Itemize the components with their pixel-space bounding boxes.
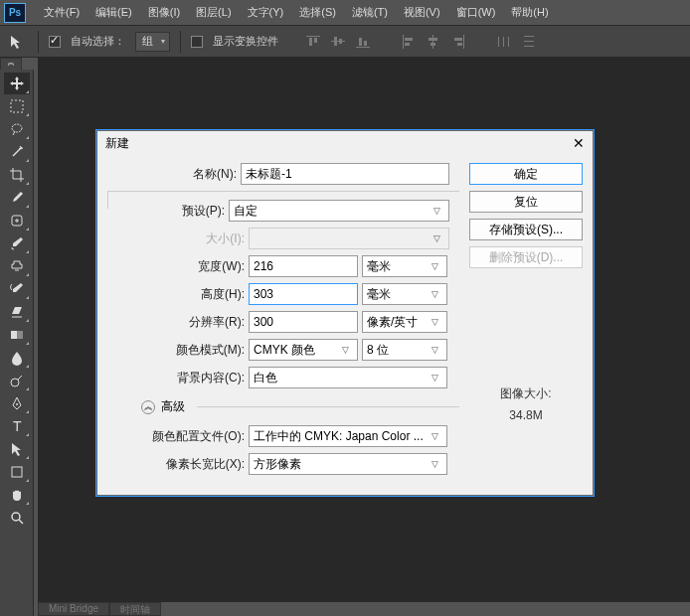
- size-select: ▽: [249, 228, 449, 249]
- menu-window[interactable]: 窗口(W): [448, 2, 504, 23]
- toolbar-tab[interactable]: [0, 58, 22, 70]
- menu-filter[interactable]: 滤镜(T): [344, 2, 396, 23]
- name-input[interactable]: [241, 163, 449, 185]
- width-unit-value: 毫米: [367, 258, 391, 275]
- app-logo: Ps: [4, 3, 26, 23]
- reset-button[interactable]: 复位: [469, 191, 583, 213]
- zoom-tool[interactable]: [4, 507, 30, 529]
- svg-rect-21: [524, 36, 534, 37]
- svg-rect-12: [432, 35, 433, 49]
- eraser-tool[interactable]: [4, 301, 30, 323]
- options-bar: 自动选择： 组 ▾ 显示变换控件: [0, 26, 690, 58]
- magic-wand-tool[interactable]: [4, 141, 30, 163]
- bottom-panel-tabs: Mini Bridge 时间轴: [38, 602, 161, 616]
- gradient-tool[interactable]: [4, 324, 30, 346]
- menu-type[interactable]: 文字(Y): [240, 2, 292, 23]
- color-mode-select[interactable]: CMYK 颜色▽: [249, 339, 358, 361]
- blur-tool[interactable]: [4, 347, 30, 369]
- new-document-dialog: 新建 ✕ 名称(N): 预设(P): 自定▽ 大小(I):: [96, 130, 594, 496]
- width-input[interactable]: [249, 255, 358, 277]
- delete-preset-button: 删除预设(D)...: [469, 246, 583, 268]
- resolution-unit-select[interactable]: 像素/英寸▽: [362, 311, 447, 333]
- chevron-down-icon: ▽: [427, 317, 442, 327]
- auto-select-value: 组: [142, 34, 153, 49]
- menu-select[interactable]: 选择(S): [291, 2, 344, 23]
- menu-image[interactable]: 图像(I): [140, 2, 188, 23]
- show-transform-checkbox[interactable]: [191, 36, 203, 48]
- height-input[interactable]: [249, 283, 358, 305]
- align-hcenter-icon[interactable]: [423, 32, 444, 52]
- tab-timeline[interactable]: 时间轴: [109, 602, 161, 616]
- pen-tool[interactable]: [4, 392, 30, 414]
- shape-tool[interactable]: [4, 461, 30, 483]
- menu-layer[interactable]: 图层(L): [188, 2, 239, 23]
- auto-select-label: 自动选择：: [71, 34, 125, 49]
- align-top-icon[interactable]: [302, 32, 324, 52]
- tab-mini-bridge[interactable]: Mini Bridge: [38, 602, 109, 616]
- dodge-tool[interactable]: [4, 370, 30, 391]
- svg-rect-1: [309, 38, 312, 46]
- align-left-icon[interactable]: [398, 32, 420, 52]
- eyedropper-tool[interactable]: [4, 187, 30, 209]
- history-brush-tool[interactable]: [4, 278, 30, 300]
- crop-tool[interactable]: [4, 164, 30, 186]
- distribute-h-icon[interactable]: [493, 32, 515, 52]
- chevron-down-icon: ▽: [427, 459, 442, 469]
- distribute-group: [493, 32, 540, 52]
- size-label: 大小(I):: [107, 231, 245, 247]
- height-unit-select[interactable]: 毫米▽: [362, 283, 447, 305]
- bit-depth-select[interactable]: 8 位▽: [362, 339, 447, 361]
- svg-rect-32: [12, 467, 22, 477]
- healing-brush-tool[interactable]: [4, 210, 30, 231]
- color-profile-value: 工作中的 CMYK: Japan Color ...: [254, 428, 424, 445]
- type-tool[interactable]: T: [4, 415, 30, 437]
- menu-view[interactable]: 视图(V): [396, 2, 448, 23]
- pixel-aspect-value: 方形像素: [254, 456, 301, 473]
- color-profile-label: 颜色配置文件(O):: [107, 428, 245, 445]
- menu-file[interactable]: 文件(F): [36, 2, 87, 23]
- dialog-titlebar[interactable]: 新建 ✕: [97, 131, 593, 155]
- preset-value: 自定: [234, 203, 258, 220]
- auto-select-checkbox[interactable]: [49, 36, 61, 48]
- resolution-input[interactable]: [249, 311, 358, 333]
- chevron-down-icon: ▽: [427, 373, 442, 383]
- preset-label: 预设(P):: [107, 203, 225, 220]
- name-label: 名称(N):: [107, 166, 237, 183]
- align-group-2: [398, 32, 469, 52]
- chevron-down-icon: ▽: [427, 289, 442, 299]
- advanced-toggle-icon[interactable]: ︽: [141, 400, 155, 414]
- resolution-unit-value: 像素/英寸: [367, 314, 418, 331]
- close-icon[interactable]: ✕: [573, 135, 585, 151]
- move-tool[interactable]: [4, 73, 30, 94]
- chevron-down-icon: ▽: [427, 431, 442, 441]
- svg-rect-9: [403, 35, 404, 49]
- color-profile-select[interactable]: 工作中的 CMYK: Japan Color ...▽: [249, 425, 447, 447]
- hand-tool[interactable]: [4, 484, 30, 506]
- lasso-tool[interactable]: [4, 118, 30, 140]
- menu-help[interactable]: 帮助(H): [503, 2, 556, 23]
- svg-rect-20: [508, 37, 509, 47]
- path-select-tool[interactable]: [4, 438, 30, 460]
- marquee-tool[interactable]: [4, 95, 30, 117]
- pixel-aspect-select[interactable]: 方形像素▽: [249, 453, 447, 475]
- menu-edit[interactable]: 编辑(E): [87, 2, 140, 23]
- svg-rect-17: [457, 43, 462, 46]
- height-label: 高度(H):: [107, 286, 245, 303]
- svg-rect-16: [454, 38, 462, 41]
- svg-rect-28: [11, 331, 17, 339]
- ok-button[interactable]: 确定: [469, 163, 583, 185]
- auto-select-target[interactable]: 组 ▾: [135, 32, 170, 52]
- width-unit-select[interactable]: 毫米▽: [362, 255, 447, 277]
- save-preset-button[interactable]: 存储预设(S)...: [469, 219, 583, 240]
- align-bottom-icon[interactable]: [352, 32, 374, 52]
- distribute-v-icon[interactable]: [518, 32, 540, 52]
- align-vcenter-icon[interactable]: [327, 32, 349, 52]
- align-group-1: [302, 32, 374, 52]
- brush-tool[interactable]: [4, 232, 30, 254]
- background-select[interactable]: 白色▽: [249, 367, 447, 388]
- clone-stamp-tool[interactable]: [4, 255, 30, 277]
- advanced-label[interactable]: 高级: [161, 398, 185, 415]
- svg-rect-10: [405, 38, 413, 41]
- preset-select[interactable]: 自定▽: [229, 200, 449, 222]
- align-right-icon[interactable]: [447, 32, 469, 52]
